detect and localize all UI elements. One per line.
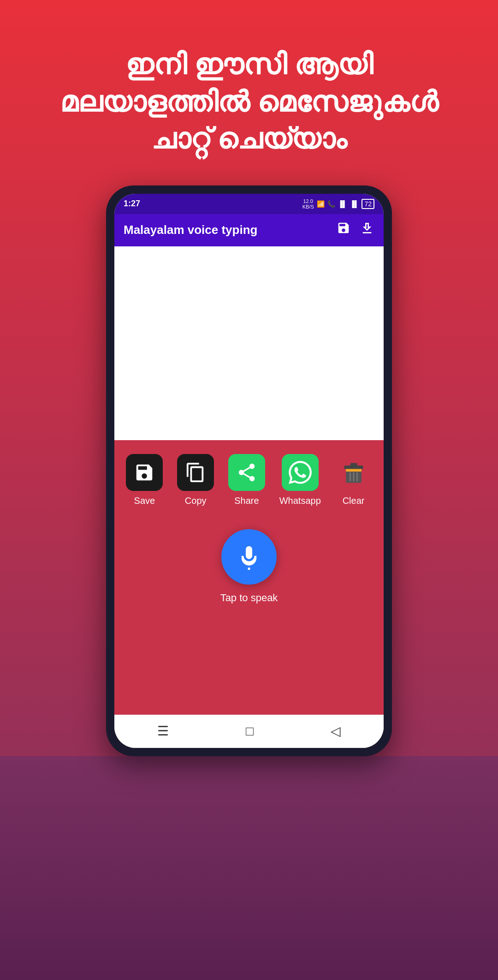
app-bar-actions	[337, 221, 374, 239]
headline: ഇനി ഈസി ആയി മലയാളത്തിൽ മെസേജുകൾ ചാറ്റ് ച…	[0, 46, 498, 158]
action-buttons-row: Save Copy	[119, 454, 379, 506]
voice-text-area[interactable]	[114, 246, 384, 440]
share-icon-container	[228, 454, 265, 491]
app-bar: Malayalam voice typing	[114, 214, 384, 246]
wifi-icon: 📶	[317, 200, 325, 208]
clear-label: Clear	[343, 496, 365, 506]
mic-button[interactable]	[221, 529, 277, 585]
save-icon	[126, 454, 163, 491]
kbs-indicator: 12.0KB/S	[302, 198, 314, 209]
phone-mockup: 1:27 12.0KB/S 📶 📞 ▐▌ ▐▌ 72 Malayalam voi…	[106, 185, 392, 756]
battery-indicator: 72	[362, 199, 374, 209]
mic-area: Tap to speak	[114, 515, 384, 715]
save-action[interactable]: Save	[126, 454, 163, 506]
whatsapp-icon-container	[282, 454, 319, 491]
save-label: Save	[134, 496, 155, 506]
bottom-nav: ☰ □ ◁	[114, 715, 384, 748]
clear-icon-container	[335, 454, 372, 491]
signal-icon: ▐▌	[338, 200, 347, 208]
nav-back-icon[interactable]: ◁	[331, 723, 341, 739]
whatsapp-label: Whatsapp	[279, 496, 321, 506]
extra-bottom	[0, 756, 498, 980]
actions-area: Save Copy	[114, 440, 384, 515]
share-action[interactable]: Share	[228, 454, 265, 506]
svg-rect-3	[346, 469, 362, 472]
status-bar: 1:27 12.0KB/S 📶 📞 ▐▌ ▐▌ 72	[114, 194, 384, 214]
download-button[interactable]	[360, 221, 374, 239]
status-time: 1:27	[124, 199, 140, 209]
mic-label: Tap to speak	[220, 592, 278, 604]
status-icons: 12.0KB/S 📶 📞 ▐▌ ▐▌ 72	[302, 198, 374, 209]
save-button[interactable]	[337, 221, 350, 239]
clear-action[interactable]: Clear	[335, 454, 372, 506]
phone-screen: 1:27 12.0KB/S 📶 📞 ▐▌ ▐▌ 72 Malayalam voi…	[114, 194, 384, 748]
svg-rect-2	[350, 463, 357, 466]
copy-label: Copy	[185, 496, 207, 506]
signal2-icon: ▐▌	[350, 200, 359, 208]
copy-icon	[177, 454, 214, 491]
whatsapp-action[interactable]: Whatsapp	[279, 454, 321, 506]
nav-home-icon[interactable]: □	[246, 724, 254, 739]
share-label: Share	[234, 496, 259, 506]
app-title: Malayalam voice typing	[124, 223, 257, 237]
call-icon: 📞	[327, 200, 335, 208]
copy-action[interactable]: Copy	[177, 454, 214, 506]
nav-menu-icon[interactable]: ☰	[157, 723, 169, 739]
